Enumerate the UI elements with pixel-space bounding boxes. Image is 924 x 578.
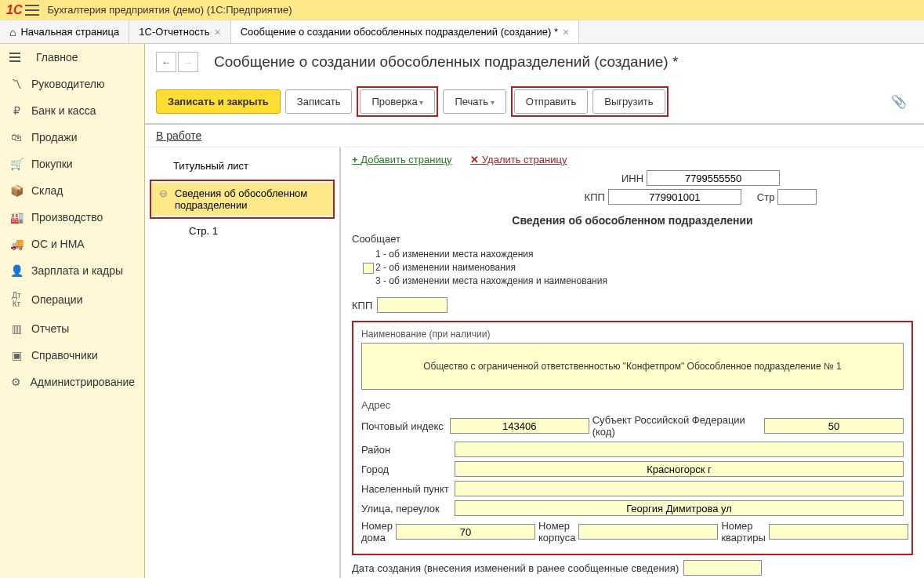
export-button[interactable]: Выгрузить: [592, 89, 665, 114]
tree-title-page[interactable]: Титульный лист: [150, 155, 335, 176]
tree-panel: Титульный лист ⊖ Сведения об обособленно…: [145, 147, 341, 578]
subj-field[interactable]: [764, 418, 904, 434]
tab-label: Начальная страница: [20, 26, 119, 38]
main-menu-icon[interactable]: [25, 5, 39, 16]
street-field[interactable]: [455, 500, 904, 516]
tab-message[interactable]: Сообщение о создании обособленных подраз…: [231, 20, 580, 43]
collapse-icon[interactable]: ⊖: [159, 187, 168, 199]
status[interactable]: В работе: [145, 125, 924, 147]
nav-label: Производство: [31, 211, 103, 224]
page-field[interactable]: [777, 189, 817, 205]
book-icon: ▣: [9, 349, 24, 362]
send-export-highlight: Отправить Выгрузить: [511, 86, 669, 117]
nav-os[interactable]: 🚚ОС и НМА: [0, 231, 144, 257]
form-panel: Добавить страницу Удалить страницу ИНН К…: [341, 147, 924, 578]
opt3: 3 - об изменении места нахождения и наим…: [375, 274, 607, 288]
main-highlight-box: Наименование (при наличии) Общество с ог…: [352, 321, 913, 555]
nav-prod[interactable]: 🏭Производство: [0, 204, 144, 231]
nav-ops[interactable]: Дт КтОперации: [0, 284, 144, 315]
kpp2-field[interactable]: [377, 297, 448, 313]
bars-icon: ▥: [9, 322, 24, 335]
kv-field[interactable]: [769, 524, 908, 540]
city-label: Город: [361, 463, 451, 475]
logo-1c-icon: 1C: [6, 3, 22, 17]
street-label: Улица, переулок: [361, 503, 451, 514]
bag-icon: 🛍: [9, 131, 24, 144]
cart-icon: 🛒: [9, 158, 24, 170]
nav-label: ОС и НМА: [31, 238, 85, 250]
nav-label: Справочники: [31, 349, 98, 362]
inn-field[interactable]: [647, 170, 780, 186]
person-icon: 👤: [9, 264, 24, 277]
date-field[interactable]: [683, 560, 762, 576]
name-field[interactable]: Общество с ограниченной ответственностью…: [361, 343, 904, 390]
nav-lead[interactable]: 〽Руководителю: [0, 71, 144, 97]
korp-field[interactable]: [578, 524, 718, 540]
tree-page1[interactable]: Стр. 1: [150, 222, 335, 237]
nav-stock[interactable]: 📦Склад: [0, 177, 144, 204]
tab-label: 1С-Отчетность: [139, 26, 209, 38]
ruble-icon: ₽: [9, 104, 24, 117]
gear-icon: ⚙: [9, 376, 23, 388]
name-value: Общество с ограниченной ответственностью…: [423, 361, 842, 372]
tabs-bar: ⌂ Начальная страница 1С-Отчетность × Соо…: [0, 20, 924, 44]
kpp-field[interactable]: [608, 189, 741, 205]
raion-label: Район: [361, 444, 451, 456]
delete-page-link[interactable]: Удалить страницу: [470, 154, 567, 165]
nav-ref[interactable]: ▣Справочники: [0, 342, 144, 369]
nav-sal[interactable]: 👤Зарплата и кадры: [0, 257, 144, 284]
house-field[interactable]: [396, 524, 535, 540]
close-icon[interactable]: ×: [563, 26, 569, 38]
nav-rep[interactable]: ▥Отчеты: [0, 315, 144, 342]
tab-label: Сообщение о создании обособленных подраз…: [241, 26, 558, 38]
city-field[interactable]: [455, 461, 904, 477]
kpp-label: КПП: [585, 191, 605, 203]
tab-home[interactable]: ⌂ Начальная страница: [0, 20, 129, 43]
factory-icon: 🏭: [9, 211, 24, 224]
nav-bank[interactable]: ₽Банк и касса: [0, 97, 144, 124]
chart-icon: 〽: [9, 78, 24, 90]
save-close-button[interactable]: Записать и закрыть: [156, 89, 281, 114]
name-label: Наименование (при наличии): [361, 329, 904, 340]
home-icon: ⌂: [9, 26, 16, 38]
nav-label: Руководителю: [31, 78, 104, 90]
print-button[interactable]: Печать: [443, 89, 505, 114]
nav-label: Склад: [31, 184, 63, 197]
check-button[interactable]: Проверка: [360, 89, 435, 114]
tab-reporting[interactable]: 1С-Отчетность ×: [129, 20, 230, 43]
attachment-icon[interactable]: 📎: [885, 91, 913, 112]
back-button[interactable]: ←: [156, 52, 176, 72]
check-highlight: Проверка: [357, 86, 438, 117]
nav-sales[interactable]: 🛍Продажи: [0, 124, 144, 151]
reports-label: Сообщает: [352, 233, 913, 245]
nav-label: Операции: [31, 293, 83, 306]
app-title: Бухгалтерия предприятия (демо) (1С:Предп…: [47, 4, 292, 16]
truck-icon: 🚚: [9, 238, 24, 250]
opt1: 1 - об изменении места нахождения: [375, 248, 534, 261]
page-title: Сообщение о создании обособленных подраз…: [156, 52, 913, 71]
title-bar: 1C Бухгалтерия предприятия (демо) (1С:Пр…: [0, 0, 924, 20]
idx-label: Почтовый индекс: [361, 420, 447, 432]
inn-label: ИНН: [621, 173, 643, 184]
save-button[interactable]: Записать: [285, 89, 353, 114]
kv-label: Номер квартиры: [721, 520, 765, 543]
report-type-input[interactable]: [363, 263, 374, 274]
forward-button[interactable]: →: [178, 52, 198, 72]
raion-field[interactable]: [455, 442, 904, 457]
nav-adm[interactable]: ⚙Администрирование: [0, 369, 144, 395]
kpp2-label: КПП: [352, 300, 372, 311]
nav-label: Зарплата и кадры: [31, 264, 123, 277]
nav-toggle[interactable]: Главное: [0, 44, 144, 71]
tree-section[interactable]: ⊖ Сведения об обособленном подразделении: [151, 183, 333, 216]
send-button[interactable]: Отправить: [514, 89, 588, 114]
box-icon: 📦: [9, 184, 24, 197]
nav-buy[interactable]: 🛒Покупки: [0, 151, 144, 177]
page-label: Стр: [757, 191, 775, 203]
idx-field[interactable]: [450, 418, 589, 434]
house-label: Номер дома: [361, 520, 393, 543]
tree-label: Сведения об обособленном подразделении: [175, 187, 307, 211]
close-icon[interactable]: ×: [214, 26, 220, 38]
nasp-field[interactable]: [455, 481, 904, 496]
nav-label: Администрирование: [31, 376, 136, 388]
add-page-link[interactable]: Добавить страницу: [352, 154, 452, 165]
